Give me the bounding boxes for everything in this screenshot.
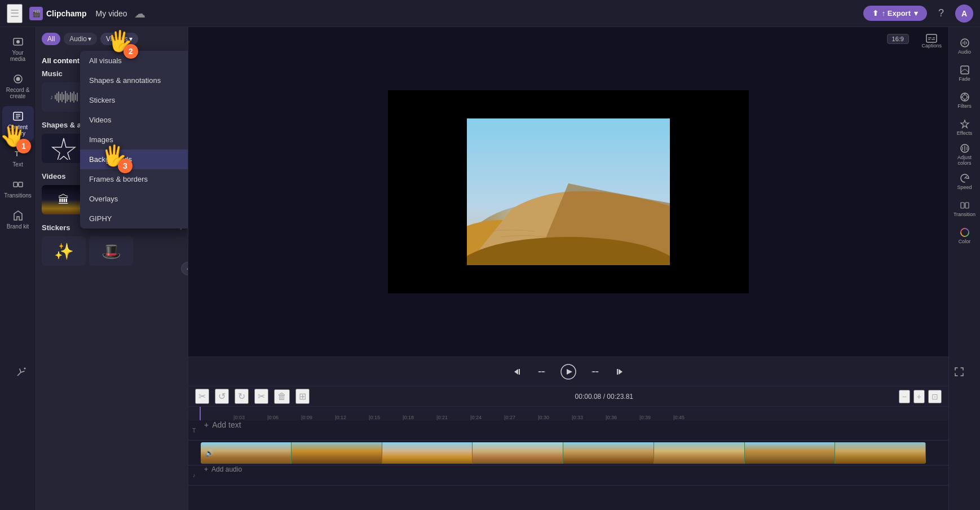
add-text-label: Add text <box>212 420 241 429</box>
speed-label: Speed <box>957 184 972 190</box>
svg-marker-12 <box>52 138 75 160</box>
effects-label: Effects <box>957 130 972 136</box>
ruler-ticks: |0:03 |0:06 |0:09 |0:12 |0:15 |0:18 |0:2… <box>188 407 948 420</box>
filter-tab-visuals[interactable]: Visuals ▾ <box>100 33 138 45</box>
effects-icon <box>960 119 970 129</box>
skip-forward-button[interactable] <box>611 364 626 379</box>
sidebar-label-record-create: Record & create <box>5 87 32 99</box>
magic-wand-icon <box>16 366 27 377</box>
tick-0-06: |0:06 <box>256 415 290 420</box>
add-audio-button[interactable]: + Add audio <box>200 465 948 473</box>
music-thumb-1[interactable]: ♪ <box>42 82 86 112</box>
transition-label: Transition <box>953 212 975 217</box>
section-stickers: Stickers › ✨ 🎩 <box>42 223 182 266</box>
help-icon[interactable]: ? <box>938 7 944 19</box>
right-tool-transition[interactable]: Transition <box>952 196 977 221</box>
sticker-thumb-2[interactable]: 🎩 <box>89 236 133 266</box>
redo-button[interactable]: ↻ <box>235 389 249 404</box>
tick-0-30: |0:30 <box>527 415 560 420</box>
filter-tab-all[interactable]: All <box>42 33 60 45</box>
left-sidebar: Your media Record & create Content libra… <box>0 27 36 510</box>
video-title[interactable]: My video <box>96 9 127 18</box>
brand-icon <box>12 210 24 221</box>
cut-tool[interactable]: ✂ <box>254 389 268 404</box>
add-text-plus: + <box>204 420 209 429</box>
rewind-button[interactable] <box>535 364 549 379</box>
content-library-icon <box>12 111 24 122</box>
fit-timeline-button[interactable]: ⊡ <box>928 390 942 403</box>
shape-thumb-1[interactable] <box>42 134 86 163</box>
sidebar-item-content-library[interactable]: Content library <box>2 106 34 141</box>
right-tool-color[interactable]: Color <box>952 223 977 248</box>
transitions-icon <box>12 179 24 190</box>
aspect-ratio-value: 16:9 <box>892 36 904 42</box>
right-tool-fade[interactable]: Fade <box>952 61 977 86</box>
dropdown-item-overlays[interactable]: Overlays <box>80 189 188 209</box>
dropdown-item-giphy[interactable]: GIPHY <box>80 209 188 228</box>
add-text-button[interactable]: + Add text <box>200 420 948 429</box>
video-clip[interactable]: 🔊 <box>201 442 926 464</box>
dropdown-item-all-visuals[interactable]: All visuals <box>80 51 188 71</box>
sidebar-item-your-media[interactable]: Your media <box>2 32 34 67</box>
sidebar-item-transitions[interactable]: Transitions <box>2 174 34 203</box>
play-button[interactable] <box>558 362 579 382</box>
trim-tool[interactable]: ✂ <box>195 389 209 404</box>
sidebar-label-brand-kit: Brand kit <box>7 223 29 230</box>
sidebar-item-text[interactable]: T Text <box>2 143 34 172</box>
audio-right-label: Audio <box>958 49 971 55</box>
captions-icon <box>926 34 937 43</box>
clip-thumb-8 <box>835 442 926 464</box>
undo-button[interactable]: ↺ <box>215 389 229 404</box>
delete-tool[interactable]: 🗑 <box>274 389 290 404</box>
color-icon <box>960 227 970 238</box>
dropdown-item-images[interactable]: Images <box>80 130 188 150</box>
playhead[interactable] <box>200 407 201 420</box>
user-avatar[interactable]: A <box>955 5 973 23</box>
hamburger-button[interactable]: ☰ <box>7 4 23 23</box>
dropdown-item-backgrounds[interactable]: Backgrounds <box>80 150 188 169</box>
sidebar-item-record-create[interactable]: Record & create <box>2 69 34 104</box>
add-tool[interactable]: ⊞ <box>295 389 310 404</box>
timeline-toolbar: ✂ ↺ ↻ ✂ 🗑 ⊞ 00:00.08 / 00:23.81 − + ⊡ <box>188 386 948 407</box>
video-thumb-1[interactable]: 🏛 <box>42 185 86 214</box>
sticker-thumb-1[interactable]: ✨ <box>42 236 86 266</box>
skip-back-button[interactable] <box>511 364 526 379</box>
timeline-ruler: |0:03 |0:06 |0:09 |0:12 |0:15 |0:18 |0:2… <box>188 407 948 420</box>
desert-scene-svg <box>467 118 670 265</box>
svg-rect-43 <box>961 203 964 208</box>
svg-marker-29 <box>619 369 623 375</box>
right-tool-filters[interactable]: Filters <box>952 88 977 113</box>
fullscreen-button[interactable] <box>952 364 966 379</box>
text-track-content: + Add text <box>200 420 948 440</box>
svg-point-3 <box>16 77 20 81</box>
zoom-out-button[interactable]: − <box>899 390 910 403</box>
fast-forward-button[interactable] <box>588 364 602 379</box>
tick-0-09: |0:09 <box>290 415 324 420</box>
dropdown-item-videos[interactable]: Videos <box>80 110 188 130</box>
timeline-tracks: T + Add text 🔊 <box>188 420 948 510</box>
right-tool-audio[interactable]: Audio <box>952 34 977 59</box>
tick-0-03: |0:03 <box>222 415 256 420</box>
export-button[interactable]: ⬆ ↑ Export ▾ <box>863 6 927 21</box>
zoom-in-button[interactable]: + <box>913 390 925 403</box>
starburst-shape <box>50 137 78 160</box>
svg-rect-32 <box>961 66 969 74</box>
sidebar-label-text: Text <box>12 161 23 168</box>
total-time: 00:23.81 <box>607 393 633 401</box>
dropdown-item-frames[interactable]: Frames & borders <box>80 169 188 189</box>
sidebar-item-brand-kit[interactable]: Brand kit <box>2 205 34 234</box>
right-tool-effects[interactable]: Effects <box>952 115 977 140</box>
audio-track: ♪ + Add audio <box>188 465 948 486</box>
dropdown-item-stickers[interactable]: Stickers <box>80 90 188 110</box>
center-area: 16:9 Captions <box>188 27 948 510</box>
magic-edit-button[interactable] <box>14 364 29 380</box>
dropdown-item-shapes[interactable]: Shapes & annotations <box>80 71 188 90</box>
right-tool-adjust-colors[interactable]: Adjust colors <box>952 142 977 167</box>
right-tool-speed[interactable]: Speed <box>952 169 977 194</box>
audio-dropdown-arrow: ▾ <box>88 35 91 43</box>
captions-button[interactable]: Captions <box>921 34 942 49</box>
main-layout: Your media Record & create Content libra… <box>0 27 980 510</box>
audio-right-icon <box>960 38 970 48</box>
filter-tab-audio[interactable]: Audio ▾ <box>64 33 97 45</box>
add-audio-plus: + <box>204 465 208 473</box>
